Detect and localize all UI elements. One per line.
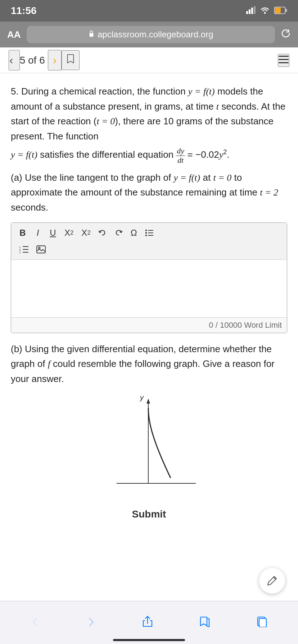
superscript-button[interactable]: X2	[62, 226, 76, 239]
status-icons	[246, 5, 287, 17]
submit-section: Submit	[11, 498, 287, 534]
svg-rect-17	[148, 235, 153, 236]
bottom-toolbar	[0, 601, 298, 644]
svg-rect-16	[145, 235, 147, 236]
nav-bar: ‹ 5 of 6 ›	[0, 47, 298, 73]
svg-rect-2	[251, 8, 253, 14]
svg-text:y: y	[139, 394, 144, 401]
home-indicator	[113, 639, 185, 641]
bookmark-button[interactable]	[62, 50, 80, 70]
svg-rect-9	[279, 56, 289, 57]
svg-point-25	[39, 247, 40, 249]
bookmarks-button[interactable]	[195, 612, 214, 634]
main-content: 5. During a chemical reaction, the funct…	[0, 73, 298, 542]
italic-button[interactable]: I	[31, 226, 44, 239]
svg-text:3: 3	[19, 252, 21, 253]
svg-rect-0	[246, 11, 248, 14]
question-body: 5. During a chemical reaction, the funct…	[11, 84, 287, 215]
list-button[interactable]	[143, 226, 156, 239]
browser-forward-button[interactable]	[82, 612, 100, 634]
share-button[interactable]	[138, 612, 157, 634]
svg-rect-11	[279, 62, 289, 63]
svg-rect-23	[23, 252, 28, 253]
svg-rect-3	[254, 6, 256, 14]
svg-rect-21	[23, 249, 28, 250]
tabs-button[interactable]	[253, 612, 271, 634]
question-equation: y = f(t) satisfies the differential equa…	[11, 147, 287, 164]
answer-editor-a: B I U X2 X2 Ω	[11, 222, 287, 333]
svg-rect-8	[90, 33, 94, 37]
svg-rect-19	[23, 246, 28, 247]
address-bar[interactable]: apclassroom.collegeboard.org	[27, 26, 275, 43]
svg-rect-12	[145, 230, 147, 231]
reload-icon[interactable]	[281, 28, 291, 41]
status-bar: 11:56	[0, 0, 298, 22]
svg-rect-7	[275, 8, 281, 13]
browser-back-button[interactable]	[27, 612, 44, 634]
question-intro: 5. During a chemical reaction, the funct…	[11, 84, 287, 144]
progress-indicator: 5 of 6	[20, 55, 45, 66]
subscript-button[interactable]: X2	[78, 226, 93, 239]
part-b-question: (b) Using the given differential equatio…	[11, 342, 287, 387]
svg-rect-10	[279, 59, 289, 60]
underline-button[interactable]: U	[46, 226, 59, 239]
aa-label[interactable]: AA	[7, 29, 21, 40]
svg-rect-14	[145, 232, 147, 234]
nav-back-button[interactable]: ‹	[9, 50, 20, 70]
pencil-fab[interactable]	[259, 568, 285, 594]
omega-button[interactable]: Ω	[127, 226, 140, 239]
lock-icon	[88, 29, 95, 40]
graph-container: y	[11, 394, 287, 494]
menu-button[interactable]	[278, 54, 289, 67]
part-a-text: (a) Use the line tangent to the graph of…	[11, 170, 287, 215]
signal-icon	[246, 5, 256, 17]
wifi-icon	[260, 5, 270, 17]
part-b-text: (b) Using the given differential equatio…	[11, 342, 287, 387]
time-display: 11:56	[11, 5, 37, 17]
submit-button[interactable]: Submit	[125, 505, 173, 524]
svg-marker-28	[146, 399, 150, 404]
word-count-display: 0 / 10000 Word Limit	[11, 317, 287, 333]
url-text: apclassroom.collegeboard.org	[98, 29, 213, 40]
redo-button[interactable]	[112, 226, 125, 239]
editor-input[interactable]	[11, 260, 287, 317]
url-bar: AA apclassroom.collegeboard.org	[0, 22, 298, 47]
battery-icon	[274, 5, 287, 17]
nav-forward-button[interactable]: ›	[48, 50, 62, 70]
numbered-list-button[interactable]: 1 2 3	[16, 243, 31, 256]
editor-toolbar: B I U X2 X2 Ω	[11, 223, 287, 260]
svg-rect-15	[148, 233, 153, 233]
graph-svg: y	[95, 394, 203, 494]
svg-point-4	[264, 12, 266, 14]
image-button[interactable]	[33, 243, 49, 256]
bold-button[interactable]: B	[16, 226, 29, 239]
undo-button[interactable]	[96, 226, 109, 239]
svg-rect-24	[37, 246, 45, 253]
svg-rect-6	[286, 9, 287, 12]
svg-rect-31	[259, 618, 266, 627]
svg-rect-13	[148, 230, 153, 231]
svg-rect-1	[249, 9, 250, 14]
